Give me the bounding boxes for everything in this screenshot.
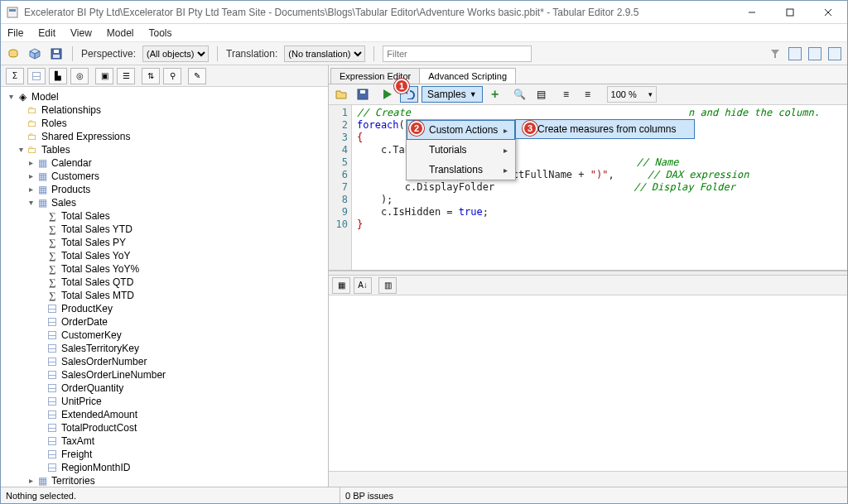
property-grid[interactable] [329, 295, 847, 472]
tree-measure[interactable]: Total Sales PY [61, 236, 126, 249]
table-icon: ▦ [36, 475, 49, 487]
tree-root[interactable]: Model [31, 90, 59, 103]
outdent-icon[interactable]: ≡ [579, 86, 597, 103]
column-icon [46, 343, 59, 354]
tree-column[interactable]: CustomerKey [61, 329, 122, 342]
tree-column[interactable]: OrderQuantity [61, 382, 123, 395]
tree-btn-script[interactable]: ✎ [188, 68, 206, 84]
svg-rect-3 [787, 9, 793, 16]
tree-calendar[interactable]: Calendar [51, 156, 92, 170]
measure-icon: ∑ [46, 276, 59, 288]
column-icon [46, 382, 59, 394]
tree-products[interactable]: Products [51, 183, 90, 196]
tab-scripting[interactable]: Advanced Scripting [419, 68, 516, 84]
folder-icon: 🗀 [26, 104, 39, 116]
table-icon: ▦ [36, 157, 49, 169]
save-script-icon[interactable] [354, 86, 372, 103]
open-script-icon[interactable] [332, 86, 350, 103]
toolbar: Perspective: (All objects) Translation: … [1, 42, 847, 65]
tree-measure[interactable]: Total Sales YoY% [61, 262, 139, 276]
svg-marker-16 [383, 89, 392, 99]
tree-territories[interactable]: Territories [51, 474, 95, 487]
tree-btn-tree[interactable]: ☰ [117, 68, 135, 84]
measure-icon: ∑ [46, 237, 59, 248]
tree-column[interactable]: RegionMonthID [61, 461, 130, 474]
tree-column[interactable]: ProductKey [61, 302, 113, 315]
tree-column[interactable]: ExtendedAmount [61, 408, 137, 421]
tree-btn-folder[interactable]: ▣ [95, 68, 113, 84]
tree-btn-filter[interactable]: ⚲ [163, 68, 181, 84]
table-icon: ▦ [36, 184, 49, 195]
svg-rect-12 [53, 55, 60, 58]
tree-column[interactable]: OrderDate [61, 315, 108, 329]
tree-btn-hier[interactable]: ▙ [49, 68, 67, 84]
tree-tables[interactable]: Tables [41, 143, 70, 156]
tree-relationships[interactable]: Relationships [41, 103, 101, 117]
tree-column[interactable]: TaxAmt [61, 434, 94, 448]
tree-column[interactable]: SalesTerritoryKey [61, 342, 139, 355]
prop-pages-icon[interactable]: ▥ [378, 277, 397, 294]
folder-icon: 🗀 [26, 131, 39, 142]
perspective-select[interactable]: (All objects) [142, 46, 209, 62]
tree-column[interactable]: SalesOrderLineNumber [61, 368, 166, 382]
tree-measure[interactable]: Total Sales YoY [61, 249, 130, 262]
callout-1: 1 [394, 79, 409, 94]
column-icon [46, 396, 59, 407]
translation-select[interactable]: (No translation) [284, 46, 365, 62]
menu-create-measures[interactable]: Create measures from columns [516, 120, 694, 138]
tree-column[interactable]: Freight [61, 448, 92, 461]
maximize-button[interactable] [771, 1, 809, 23]
menubar: File Edit View Model Tools [1, 24, 847, 42]
svg-rect-0 [7, 7, 17, 17]
folder-icon: 🗀 [26, 118, 39, 129]
save-icon[interactable] [49, 46, 64, 61]
tree-customers[interactable]: Customers [51, 170, 99, 183]
layout3-icon[interactable] [827, 46, 842, 61]
tree-btn-col[interactable] [27, 68, 46, 84]
status-bp: 0 BP issues [340, 491, 393, 501]
cube-icon: ◈ [16, 91, 29, 103]
zoom-select[interactable]: 100 %▾ [607, 86, 657, 103]
callout-2: 2 [409, 121, 424, 136]
tree-shared-exp[interactable]: Shared Expressions [41, 130, 130, 143]
menu-tools[interactable]: Tools [149, 27, 172, 39]
titlebar: Excelerator BI Pty Ltd\Excelerator BI Pt… [1, 1, 847, 24]
prop-categorized-icon[interactable]: ▦ [332, 277, 350, 294]
indent-icon[interactable]: ≡ [557, 86, 576, 103]
prop-sort-icon[interactable]: A↓ [354, 277, 372, 294]
menu-file[interactable]: File [7, 27, 23, 39]
menu-view[interactable]: View [70, 27, 92, 39]
cube-icon[interactable] [27, 46, 42, 61]
tree-measure[interactable]: Total Sales YTD [61, 223, 132, 236]
column-icon [46, 409, 59, 420]
samples-dropdown[interactable]: Samples▼ [422, 86, 483, 103]
search-icon[interactable]: 🔍 [511, 86, 529, 103]
tree-roles[interactable]: Roles [41, 117, 67, 130]
add-icon[interactable]: + [486, 86, 504, 103]
tree-sales[interactable]: Sales [51, 196, 76, 209]
menu-model[interactable]: Model [107, 27, 134, 39]
tree-btn-sigma[interactable]: Σ [6, 68, 24, 84]
connect-icon[interactable] [6, 46, 21, 61]
svg-rect-11 [54, 50, 59, 53]
tree-measure[interactable]: Total Sales [61, 209, 110, 223]
tree-column[interactable]: SalesOrderNumber [61, 355, 147, 368]
filter-icon[interactable] [768, 46, 783, 61]
tree-measure[interactable]: Total Sales MTD [61, 289, 134, 302]
layout2-icon[interactable] [807, 46, 822, 61]
tree-column[interactable]: TotalProductCost [61, 421, 137, 434]
tree-measure[interactable]: Total Sales QTD [61, 276, 133, 289]
model-tree[interactable]: ▾◈Model 🗀Relationships 🗀Roles 🗀Shared Ex… [1, 87, 328, 487]
minimize-button[interactable] [733, 1, 771, 23]
close-button[interactable] [809, 1, 847, 23]
tree-btn-eye[interactable]: ◎ [70, 68, 89, 84]
menu-edit[interactable]: Edit [38, 27, 55, 39]
tree-column[interactable]: UnitPrice [61, 395, 102, 408]
translation-label: Translation: [226, 48, 277, 60]
menu-translations[interactable]: Translations▸ [407, 160, 515, 180]
bookmark-icon[interactable]: ▤ [532, 86, 551, 103]
layout1-icon[interactable] [788, 46, 802, 61]
menu-tutorials[interactable]: Tutorials▸ [407, 140, 515, 160]
tree-btn-sort[interactable]: ⇅ [142, 68, 160, 84]
filter-input[interactable] [383, 46, 532, 62]
